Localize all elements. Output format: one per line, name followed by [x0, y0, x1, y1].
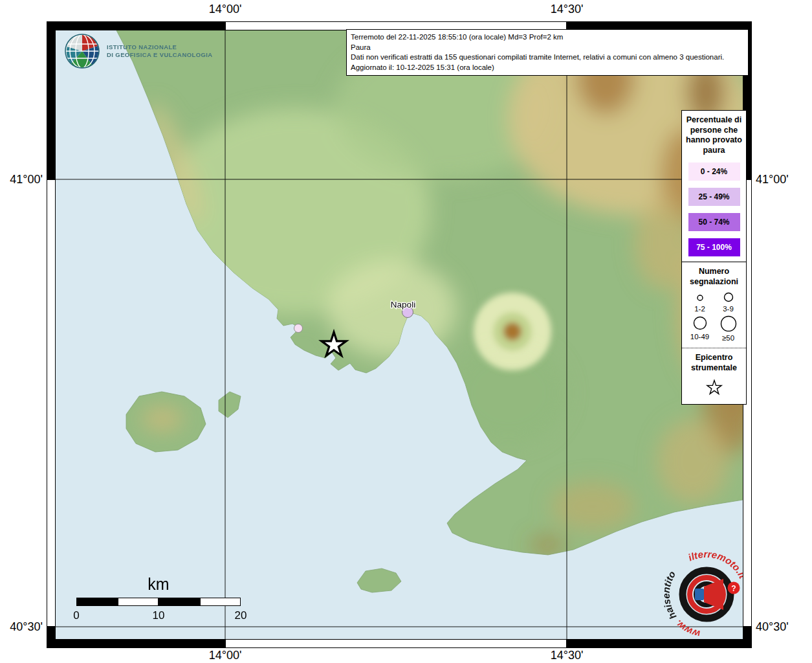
report-dot-west	[294, 324, 303, 333]
report-size-label: 3-9	[714, 305, 743, 313]
fear-class-swatch-4: 75 - 100%	[688, 238, 740, 256]
city-label-napoli: Napoli	[391, 300, 415, 309]
fear-class-swatch-3: 50 - 74%	[688, 213, 740, 231]
report-circle-medium-icon	[720, 291, 737, 302]
legend-epicenter-section: Epicentro strumentale	[682, 348, 746, 404]
map-canvas: Napoli	[56, 30, 743, 639]
report-size-label: 10-49	[686, 333, 714, 341]
report-size-50plus: ≥50	[714, 315, 743, 343]
fear-class-swatch-1: 0 - 24%	[688, 163, 740, 181]
report-size-10-49: 10-49	[686, 315, 714, 343]
report-circle-large-icon	[692, 315, 708, 330]
axis-label-left-41-00: 41°00'	[3, 173, 43, 186]
report-size-label: ≥50	[714, 334, 743, 343]
event-title: Terremoto del 22-11-2025 18:55:10 (ora l…	[351, 32, 744, 43]
event-updated: Aggiornato il: 10-12-2025 15:31 (ora loc…	[351, 63, 744, 73]
terrain-map: Napoli	[56, 30, 743, 639]
fear-class-swatch-2: 25 - 49%	[688, 188, 740, 206]
axis-label-right-40-30: 40°30'	[756, 620, 789, 634]
report-size-1-2: 1-2	[686, 291, 714, 313]
report-circle-xlarge-icon	[719, 315, 738, 332]
scalebar	[76, 598, 241, 606]
axis-label-right-41-00: 41°00'	[756, 173, 789, 186]
ingv-logo: ISTITUTO NAZIONALE DI GEOFISICA E VULCAN…	[63, 32, 213, 70]
haisentitoilterremoto-logo: ? www. haisentito ilterremoto.it	[661, 548, 753, 640]
report-size-3-9: 3-9	[714, 291, 743, 313]
scalebar-tick-0: 0	[73, 609, 79, 622]
axis-label-bottom-14-30: 14°30'	[551, 649, 584, 662]
legend-epicenter-title: Epicentro strumentale	[684, 353, 744, 373]
event-disclaimer: Dati non verificati estratti da 155 ques…	[351, 52, 744, 63]
frame-bottom	[47, 639, 752, 648]
legend-fear-title: Percentuale di persone che hanno provato…	[684, 115, 744, 155]
watermark-haisentito: haisentito	[661, 569, 679, 622]
ingv-name-line1: ISTITUTO NAZIONALE	[107, 43, 213, 51]
event-subject: Paura	[351, 43, 744, 53]
felt-report-map-page: Napoli 14°00' 14°30' 14°00' 14°30' 41°00…	[0, 0, 812, 663]
legend-reports-title: Numero segnalazioni	[684, 267, 744, 287]
ingv-name-line2: DI GEOFISICA E VULCANOLOGIA	[107, 51, 213, 59]
ingv-globe-icon	[63, 32, 101, 70]
event-info-box: Terremoto del 22-11-2025 18:55:10 (ora l…	[346, 29, 749, 76]
legend-fear-section: Percentuale di persone che hanno provato…	[682, 111, 746, 262]
report-circle-small-icon	[692, 291, 708, 302]
report-size-label: 1-2	[686, 305, 714, 313]
scalebar-tick-10: 10	[153, 609, 165, 622]
axis-label-top-14-00: 14°00'	[209, 3, 242, 16]
axis-label-bottom-14-00: 14°00'	[209, 649, 242, 662]
scalebar-tick-20: 20	[235, 609, 247, 622]
watermark-www: www.	[673, 618, 701, 640]
svg-text:?: ?	[731, 584, 736, 593]
scalebar-unit: km	[148, 575, 169, 594]
legend: Percentuale di persone che hanno provato…	[681, 110, 747, 405]
epicenter-star-icon	[704, 378, 725, 396]
axis-label-top-14-30: 14°30'	[551, 3, 584, 16]
axis-label-left-40-30: 40°30'	[3, 620, 43, 634]
legend-reports-section: Numero segnalazioni 1-2 3-9 10-49	[682, 262, 746, 348]
frame-left	[47, 21, 56, 648]
